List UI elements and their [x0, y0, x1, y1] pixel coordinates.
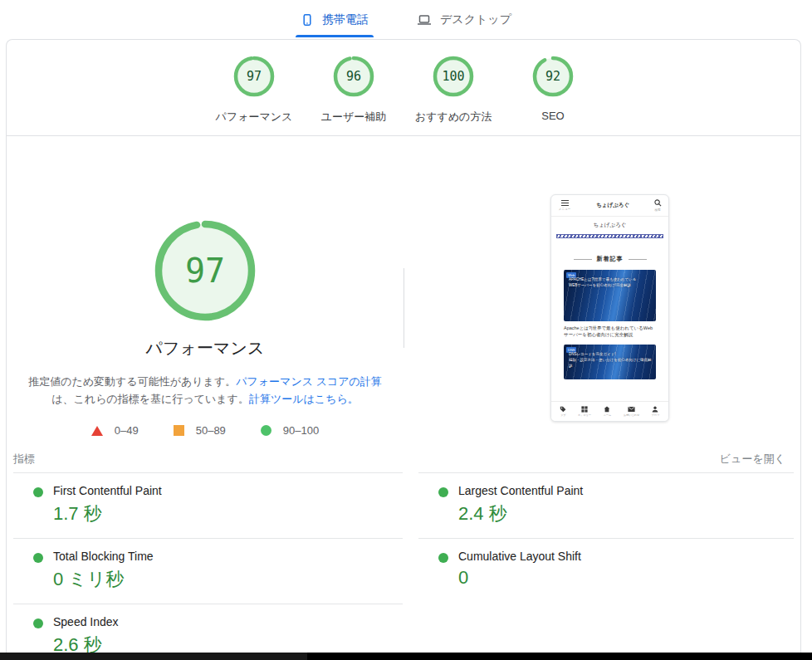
thumb-menu: メニュー [558, 200, 571, 211]
score-label: おすすめの方法 [415, 110, 492, 125]
performance-section: 97 パフォーマンス 推定値のため変動する可能性があります。パフォーマンス スコ… [7, 136, 404, 437]
score-value: 92 [531, 55, 575, 98]
legend-range: 50–89 [196, 424, 226, 437]
bottom-bar-segment [0, 653, 307, 660]
metric-name: Largest Contentful Paint [458, 484, 794, 497]
thumb-site-title: ちょげぶろぐ [551, 217, 668, 233]
summary-score-seo[interactable]: 92 SEO [503, 55, 603, 122]
report-card: 97 パフォーマンス 96 ユーザー補助 [6, 39, 801, 653]
person-icon [652, 406, 658, 413]
performance-note: 推定値のため変動する可能性があります。パフォーマンス スコアの計算は、これらの指… [26, 373, 384, 408]
metric-value: 0 [458, 567, 794, 589]
score-calc-link[interactable]: パフォーマンス スコアの計算 [236, 375, 382, 388]
page-screenshot-thumbnail[interactable]: メニュー ちょげぶろぐ 検索 ちょげぶろぐ 新着記事 [550, 194, 669, 422]
score-gauge: 100 [432, 55, 475, 98]
bottom-black-bar [0, 653, 812, 660]
thumb-bottom-nav: タグ カテゴリー ホーム [551, 401, 668, 421]
tab-mobile[interactable]: 携帯電話 [296, 0, 374, 39]
metric-row-lcp: Largest Contentful Paint 2.4 秒 [418, 472, 794, 538]
metric-name: Speed Index [53, 615, 403, 628]
score-value: 96 [332, 55, 375, 98]
tab-desktop-label: デスクトップ [440, 12, 511, 27]
grid-icon [581, 406, 588, 413]
article-caption: Apacheとは?|世界で最も使われているWebサーバーを初心者向けに完全解説 [564, 325, 656, 338]
column-divider [404, 268, 404, 348]
score-gauge: 92 [531, 55, 575, 98]
pagespeed-report: 携帯電話 デスクトップ 97 パフォーマンス [0, 0, 812, 660]
thumb-section-heading: 新着記事 [551, 255, 668, 263]
score-label: ユーザー補助 [321, 110, 387, 125]
metric-value: 1.7 秒 [53, 501, 403, 526]
search-icon [654, 199, 662, 207]
article-image: Web APACHEとは?|世界で最も使われている WEBサーバーを初心者向け!… [564, 270, 656, 321]
performance-title: パフォーマンス [146, 337, 265, 359]
metrics-column-left: First Contentful Paint 1.7 秒 Total Block… [13, 472, 403, 660]
tab-desktop[interactable]: デスクトップ [412, 0, 516, 39]
summary-score-performance[interactable]: 97 パフォーマンス [204, 55, 304, 125]
summary-score-accessibility[interactable]: 96 ユーザー補助 [304, 55, 404, 125]
circle-icon [261, 425, 271, 436]
metric-name: First Contentful Paint [53, 484, 403, 497]
nav-item-tag: タグ [560, 406, 566, 417]
mail-icon [628, 406, 635, 413]
metric-value: 0 ミリ秒 [53, 567, 403, 592]
metric-value: 2.4 秒 [458, 501, 794, 526]
good-dot-icon [438, 553, 448, 563]
thumb-article-2: DNS DNSレコードを完全ガイド! 種類・設定方法・使い分けを初心者向けに徹底… [564, 345, 656, 379]
score-value: 97 [232, 55, 276, 98]
score-label: SEO [541, 110, 564, 122]
thumb-header: メニュー ちょげぶろぐ 検索 [551, 195, 668, 217]
menu-label: メニュー [559, 207, 571, 211]
score-summary: 97 パフォーマンス 96 ユーザー補助 [7, 40, 800, 136]
article-image: DNS DNSレコードを完全ガイド! 種類・設定方法・使い分けを初心者向けに徹底… [564, 345, 656, 379]
metric-row-tbt: Total Blocking Time 0 ミリ秒 [13, 538, 403, 604]
article-overlay-text: DNSレコードを完全ガイド! 種類・設定方法・使い分けを初心者向けに徹底解説 [569, 351, 653, 369]
tag-icon [560, 406, 566, 413]
legend-range: 90–100 [283, 424, 319, 437]
square-icon [174, 425, 184, 436]
calc-tool-link[interactable]: 計算ツールはこちら。 [249, 393, 359, 405]
score-gauge: 96 [332, 55, 375, 98]
good-dot-icon [33, 553, 43, 563]
score-label: パフォーマンス [216, 110, 293, 125]
metric-row-fcp: First Contentful Paint 1.7 秒 [13, 472, 403, 538]
summary-score-best-practices[interactable]: 100 おすすめの方法 [404, 55, 503, 125]
search-label: 検索 [655, 208, 661, 212]
phone-icon [301, 13, 314, 27]
triangle-icon [91, 426, 103, 436]
metrics-column-right: Largest Contentful Paint 2.4 秒 Cumulativ… [418, 472, 794, 600]
metric-name: Cumulative Layout Shift [458, 550, 794, 563]
article-overlay-text: APACHEとは?|世界で最も使われている WEBサーバーを初心者向け!完全解説 [569, 276, 653, 288]
legend-item-good: 90–100 [261, 424, 319, 437]
good-dot-icon [33, 487, 43, 497]
thumb-header-title: ちょげぶろぐ [596, 202, 629, 209]
score-legend: 0–49 50–89 90–100 [91, 424, 319, 437]
decorative-divider [556, 234, 663, 238]
legend-item-average: 50–89 [174, 424, 226, 437]
hamburger-icon [561, 200, 569, 206]
laptop-icon [417, 13, 432, 27]
metrics-title: 指標 [13, 452, 35, 467]
score-value: 100 [432, 55, 475, 98]
legend-range: 0–49 [115, 424, 139, 437]
thumb-article-1: Web APACHEとは?|世界で最も使われている WEBサーバーを初心者向け!… [564, 270, 656, 338]
performance-score-value: 97 [152, 218, 258, 324]
expand-view-link[interactable]: ビューを開く [720, 452, 785, 467]
metric-row-cls: Cumulative Layout Shift 0 [418, 538, 794, 600]
nav-item-home: ホーム [603, 406, 612, 417]
metric-row-speed-index: Speed Index 2.6 秒 [13, 604, 403, 660]
metric-name: Total Blocking Time [53, 550, 403, 563]
note-text: は、これらの指標を基に行っています。 [51, 393, 249, 405]
metrics-header: 指標 ビューを開く [13, 450, 785, 468]
home-icon [604, 406, 610, 413]
note-text: 推定値のため変動する可能性があります。 [28, 375, 236, 388]
thumb-search: 検索 [654, 199, 662, 212]
tab-mobile-label: 携帯電話 [322, 12, 369, 27]
nav-item-category: カテゴリー [577, 406, 592, 417]
legend-item-poor: 0–49 [91, 424, 139, 437]
nav-item-contact: お問い合わせ [623, 406, 640, 417]
score-gauge: 97 [232, 55, 276, 98]
good-dot-icon [33, 618, 43, 628]
nav-item-profile: プロフ [651, 406, 660, 417]
good-dot-icon [438, 487, 448, 497]
